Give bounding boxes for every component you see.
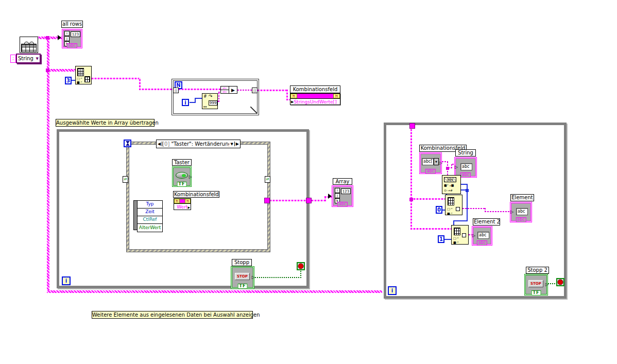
constant-3[interactable]: 3	[65, 77, 72, 84]
string-abc-tab: abc	[477, 240, 487, 246]
all-rows-terminal[interactable]: i j k 123 abc	[62, 29, 82, 48]
output-tunnel[interactable]: []	[252, 88, 258, 93]
wire-junction	[46, 36, 49, 40]
array-grid-icon	[448, 197, 454, 205]
selector-glyph-box: ;	[10, 55, 16, 63]
terminal-input-arrow: ▷	[472, 234, 475, 238]
reference-out-glyph: ?!	[333, 94, 340, 98]
element-indicator-label: Element	[510, 194, 534, 201]
hash-glyph: #	[203, 95, 207, 98]
property-node[interactable]: ?! ?! ▶ StringsUndWerte[]	[290, 93, 340, 105]
event-output-tunnel[interactable]	[264, 198, 270, 203]
constant-1[interactable]: 1	[438, 235, 444, 243]
constant-0[interactable]: 0	[436, 206, 442, 214]
index-row-glyph: ■·⁺	[447, 212, 453, 215]
string-abc-tab: abc	[67, 43, 77, 48]
index-array-node[interactable]: □·⁺ ■·⁺	[75, 66, 92, 84]
read-spreadsheet-vi[interactable]	[20, 37, 38, 53]
array-indicator-terminal[interactable]: i j k 123 abc	[332, 185, 353, 207]
case-dropdown-icon[interactable]: ▼	[229, 142, 234, 146]
index-array-node-1[interactable]: □·⁺ ■·⁺	[445, 195, 462, 215]
stopp2-terminal[interactable]: STOP TF ▷	[524, 274, 548, 296]
taster-label: Taster	[172, 159, 192, 166]
search-1d-array-node[interactable]: 999 ■⁺ ⁎■ ⊙·→#	[442, 175, 461, 194]
loop-output-tunnel[interactable]	[306, 198, 312, 203]
property-row[interactable]: ▶ StringsUndWerte[]	[290, 98, 340, 105]
stop-button-icon: STOP	[528, 280, 543, 287]
event-case-selector[interactable]: ◀ [0] "Taster": Wertänderung ▼ ▶	[156, 140, 241, 148]
polymorphic-selector[interactable]: String ▼	[16, 54, 41, 63]
chevron-down-icon: ▼	[36, 57, 39, 61]
terminal-output-arrow: ▷	[189, 175, 192, 179]
combo-box-terminal[interactable]: abc[ ▼ abc ▷	[419, 152, 442, 174]
polymorphic-selector-value: String	[18, 56, 33, 61]
stop-button-icon: STOP	[235, 273, 250, 280]
next-case-arrow[interactable]: ▶	[234, 142, 240, 146]
event-data-ctlref: CtlRef	[137, 216, 163, 224]
taster-terminal[interactable]: TF ▷	[172, 166, 192, 187]
string-abc-tab: abc	[516, 217, 526, 222]
index-row-glyph: □·⁺	[77, 77, 82, 80]
terminal-input-arrow	[328, 194, 332, 199]
event-property-node-label: Kombinationsfeld	[173, 191, 219, 198]
wire-1d-string	[92, 78, 139, 79]
terminal-output-arrow: ▷	[545, 283, 549, 287]
index-j-box: j	[64, 36, 70, 41]
wire-1d-string	[139, 89, 173, 90]
terminal-output-arrow: ▷	[439, 161, 442, 165]
prev-case-arrow[interactable]: ◀	[157, 142, 162, 146]
index-row-glyph: ■·⁺	[77, 80, 82, 84]
loop-condition-terminal-right[interactable]	[556, 278, 564, 286]
string-abc-tab: abc	[425, 169, 436, 174]
number-to-string-node[interactable]: # ↷ 999 ↔	[202, 93, 218, 109]
page-fold-corner	[250, 107, 258, 114]
combo-dropdown-button: ▼	[434, 158, 439, 165]
iteration-terminal-left-loop[interactable]: i	[62, 276, 71, 285]
element-out-box	[456, 207, 460, 211]
wire-1d-string	[312, 200, 325, 201]
wire-junction	[446, 167, 449, 170]
reference-out-glyph: ?!	[185, 199, 191, 203]
wire-2d-string-to-index-array	[47, 69, 75, 72]
curve-arrow-glyph: ↷	[209, 95, 213, 98]
iteration-terminal-right-loop[interactable]: i	[388, 286, 397, 295]
loop-condition-terminal[interactable]	[297, 262, 305, 270]
stopp-terminal[interactable]: STOP TF ▷	[231, 266, 254, 289]
element-indicator-terminal[interactable]: abc ▷ abc	[510, 202, 532, 222]
hourglass-icon	[125, 141, 130, 146]
boolean-tf-tab: TF	[177, 182, 187, 187]
index-j-box: j	[335, 193, 340, 198]
index-row-glyph: ■·⁺	[453, 240, 459, 244]
string-abc-tab: abc	[337, 202, 348, 207]
timeout-terminal[interactable]	[124, 140, 131, 147]
event-data-node[interactable]: Typ Zeit CtlRef AlterWert	[137, 200, 163, 232]
event-data-typ: Typ	[137, 200, 163, 209]
event-border-node-left: ⇄	[123, 176, 128, 183]
stopp2-label: Stopp 2	[526, 267, 549, 274]
wire-junction	[466, 189, 469, 192]
index-row-glyph: □·⁺	[453, 236, 459, 240]
loop-input-tunnel[interactable]	[409, 123, 415, 129]
property-row[interactable]: Wert ▶	[174, 203, 191, 210]
iteration-terminal[interactable]: i	[182, 99, 189, 106]
terminal-output-arrow: ▷	[252, 275, 255, 280]
element2-indicator-terminal[interactable]: abc ▷ abc	[472, 226, 492, 246]
event-data-zeit: Zeit	[137, 209, 163, 216]
input-tunnel[interactable]: []	[173, 88, 179, 93]
spreadsheet-grid-icon	[21, 44, 37, 52]
case-index: [0]	[162, 141, 169, 147]
wire-junction	[409, 198, 413, 201]
index-array-node-2[interactable]: □·⁺ ■·⁺	[451, 225, 469, 245]
array-out-grid-icon	[84, 76, 90, 82]
property-name: Wert	[177, 204, 187, 210]
format-999-box: 999	[209, 100, 217, 106]
numeric-123-box: 123	[71, 31, 80, 37]
event-data-alterwert: AlterWert	[137, 224, 163, 232]
string-indicator-terminal[interactable]: abc ▷ abc	[454, 157, 477, 178]
property-name: StringsUndWerte[]	[294, 99, 336, 105]
concat-arrow-icon: ▶	[229, 86, 237, 94]
labview-block-diagram: ; String ▼ all rows i j k 123 abc 3 □·⁺ …	[0, 0, 617, 364]
search-result-glyph: ⊙·→#	[444, 188, 453, 192]
combo-field: abc[	[422, 158, 434, 165]
event-property-node[interactable]: ?! ?! Wert ▶	[174, 198, 191, 210]
